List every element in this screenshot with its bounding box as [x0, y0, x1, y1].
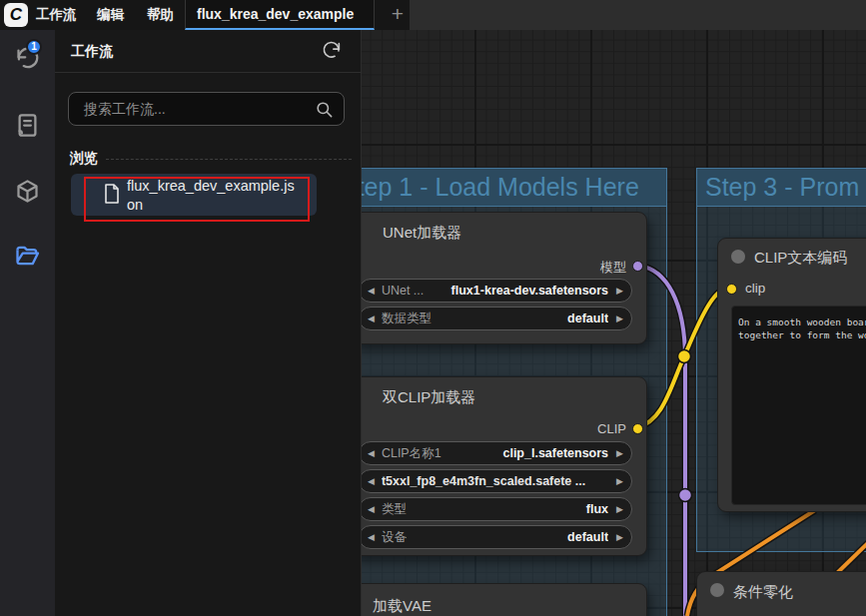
browse-section-header[interactable]: 浏览: [70, 150, 352, 168]
workflows-panel: 工作流 搜索工作流... 浏览 flux_krea_dev_example.js…: [55, 30, 362, 616]
widget-value: default: [407, 530, 608, 544]
node-clip-text-encode[interactable]: CLIP文本编码 clip On a smooth wooden board t…: [717, 238, 866, 512]
sidebar: 1: [0, 30, 55, 616]
widget-label: 类型: [382, 501, 407, 518]
next-arrow-icon[interactable]: ▶: [616, 532, 623, 542]
clip-output-port[interactable]: [632, 423, 643, 434]
clip-input-label: clip: [745, 281, 765, 296]
prev-arrow-icon[interactable]: ◀: [368, 476, 375, 486]
search-workflows-input[interactable]: 搜索工作流...: [68, 92, 345, 126]
widget-value: flux: [407, 502, 608, 516]
new-tab-button[interactable]: +: [385, 0, 411, 30]
model-cube-icon[interactable]: [14, 178, 41, 205]
device-widget[interactable]: ◀ 设备 default ▶: [362, 525, 632, 549]
menu-help[interactable]: 帮助: [147, 0, 174, 30]
widget-value: t5xxl_fp8_e4m3fn_scaled.safete ...: [382, 474, 608, 488]
panel-divider: [55, 72, 362, 73]
node-dualclip-loader[interactable]: 双CLIP加载器 CLIP ◀ CLIP名称1 clip_l.safetenso…: [362, 376, 647, 556]
clip-input-port[interactable]: [726, 284, 737, 295]
node-clip-text-encode-title: CLIP文本编码: [754, 249, 847, 268]
widget-label: UNet ...: [382, 284, 424, 298]
panel-title: 工作流: [71, 43, 113, 61]
unet-name-widget[interactable]: ◀ UNet ... flux1-krea-dev.safetensors ▶: [362, 279, 632, 303]
next-arrow-icon[interactable]: ▶: [616, 286, 623, 296]
next-arrow-icon[interactable]: ▶: [616, 448, 623, 458]
widget-label: CLIP名称1: [382, 445, 441, 462]
top-menu-bar: C 工作流 编辑 帮助 flux_krea_dev_example +: [0, 0, 866, 30]
clip-reroute-dot: [678, 350, 691, 363]
group-step1-header[interactable]: Step 1 - Load Models Here: [362, 169, 666, 207]
node-unet-loader-title: UNet加载器: [383, 224, 461, 243]
workflow-tab-label: flux_krea_dev_example: [197, 6, 354, 22]
prev-arrow-icon[interactable]: ◀: [368, 532, 375, 542]
widget-value: flux1-krea-dev.safetensors: [424, 284, 608, 298]
group-step1-title: Step 1 - Load Models Here: [362, 173, 639, 202]
search-placeholder: 搜索工作流...: [84, 101, 166, 119]
browse-divider: [106, 159, 352, 160]
prompt-text-widget[interactable]: On a smooth wooden board together to for…: [731, 306, 866, 505]
node-load-vae[interactable]: 加载VAE: [362, 583, 647, 616]
weight-dtype-widget[interactable]: ◀ 数据类型 default ▶: [362, 307, 632, 330]
refresh-icon[interactable]: [321, 40, 343, 62]
node-dualclip-loader-title: 双CLIP加载器: [383, 388, 475, 407]
node-conditioning-zero-out-title: 条件零化: [733, 583, 793, 602]
clip-output-label: CLIP: [597, 421, 626, 436]
widget-label: 数据类型: [382, 310, 432, 327]
next-arrow-icon[interactable]: ▶: [616, 504, 623, 514]
model-reroute-dot: [679, 489, 692, 502]
log-book-icon[interactable]: [14, 112, 41, 139]
menu-workflow[interactable]: 工作流: [36, 0, 77, 30]
collapse-dot-icon[interactable]: [731, 250, 745, 264]
highlight-annotation-box: [84, 177, 310, 222]
group-step3-header[interactable]: Step 3 - Prom: [697, 169, 866, 207]
next-arrow-icon[interactable]: ▶: [616, 476, 623, 486]
prev-arrow-icon[interactable]: ◀: [368, 504, 375, 514]
topbar-spacer: [410, 0, 866, 30]
widget-value: default: [432, 311, 608, 325]
group-step3-title: Step 3 - Prom: [705, 173, 859, 202]
model-output-port[interactable]: [632, 261, 643, 272]
prev-arrow-icon[interactable]: ◀: [368, 286, 375, 296]
collapse-dot-icon[interactable]: [710, 583, 724, 597]
clip-name2-widget[interactable]: ◀ t5xxl_fp8_e4m3fn_scaled.safete ... ▶: [362, 469, 632, 493]
node-unet-loader[interactable]: UNet加载器 模型 ◀ UNet ... flux1-krea-dev.saf…: [362, 212, 647, 344]
menu-edit[interactable]: 编辑: [97, 0, 124, 30]
workflow-tab[interactable]: flux_krea_dev_example: [185, 0, 375, 30]
node-load-vae-title: 加载VAE: [373, 597, 432, 616]
comfyui-logo-icon[interactable]: C: [4, 3, 28, 27]
next-arrow-icon[interactable]: ▶: [616, 313, 623, 323]
prev-arrow-icon[interactable]: ◀: [368, 448, 375, 458]
widget-value: clip_l.safetensors: [441, 446, 608, 460]
browse-label: 浏览: [70, 150, 98, 168]
widget-label: 设备: [382, 529, 407, 546]
prev-arrow-icon[interactable]: ◀: [368, 313, 375, 323]
node-canvas[interactable]: Step 1 - Load Models Here Step 3 - Prom …: [362, 30, 866, 616]
model-output-label: 模型: [600, 259, 626, 277]
clip-type-widget[interactable]: ◀ 类型 flux ▶: [362, 497, 632, 521]
node-conditioning-zero-out[interactable]: 条件零化: [696, 571, 866, 616]
search-icon: [315, 100, 334, 119]
clip-name1-widget[interactable]: ◀ CLIP名称1 clip_l.safetensors ▶: [362, 441, 632, 465]
workflows-folder-icon[interactable]: [14, 242, 41, 269]
history-badge: 1: [26, 39, 42, 55]
